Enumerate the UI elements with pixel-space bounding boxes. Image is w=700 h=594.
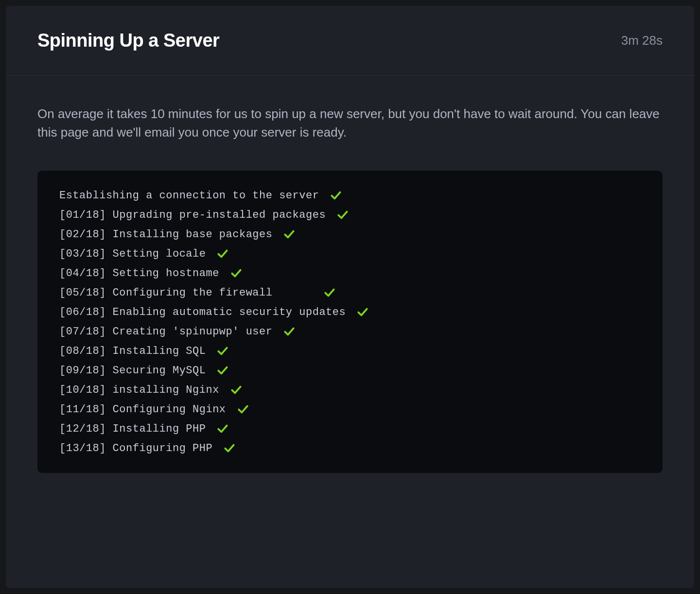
log-line: [03/18] Setting locale [59, 247, 641, 260]
log-text: [09/18] Securing MySQL [59, 365, 206, 377]
log-line: [11/18] Configuring Nginx [59, 403, 641, 416]
log-line: [05/18] Configuring the firewall [59, 286, 641, 299]
description-text: On average it takes 10 minutes for us to… [37, 105, 663, 141]
log-text: [03/18] Setting locale [59, 248, 206, 260]
log-line: [12/18] Installing PHP [59, 422, 641, 435]
log-line: [02/18] Installing base packages [59, 228, 641, 241]
log-line: [06/18] Enabling automatic security upda… [59, 306, 641, 318]
log-text: [02/18] Installing base packages [59, 228, 272, 241]
log-text: [05/18] Configuring the firewall [59, 287, 313, 299]
log-text: [12/18] Installing PHP [59, 423, 206, 435]
check-icon [237, 403, 249, 416]
terminal-log: Establishing a connection to the server[… [37, 171, 663, 473]
elapsed-time: 3m 28s [621, 33, 663, 48]
log-line: [04/18] Setting hostname [59, 267, 641, 280]
log-line: [07/18] Creating 'spinupwp' user [59, 325, 641, 338]
check-icon [323, 286, 336, 299]
log-text: [10/18] installing Nginx [59, 384, 219, 396]
check-icon [223, 442, 236, 454]
check-icon [336, 209, 349, 221]
log-text: [01/18] Upgrading pre-installed packages [59, 209, 326, 221]
check-icon [330, 189, 342, 202]
content-area: On average it takes 10 minutes for us to… [6, 76, 694, 497]
check-icon [216, 247, 229, 260]
check-icon [356, 306, 369, 318]
log-line: [08/18] Installing SQL [59, 345, 641, 357]
main-panel: Spinning Up a Server 3m 28s On average i… [6, 6, 694, 588]
log-text: [08/18] Installing SQL [59, 345, 206, 357]
log-line: [13/18] Configuring PHP [59, 442, 641, 454]
page-title: Spinning Up a Server [37, 30, 219, 51]
check-icon [216, 345, 229, 357]
log-text: [06/18] Enabling automatic security upda… [59, 306, 346, 318]
log-text: [07/18] Creating 'spinupwp' user [59, 326, 272, 338]
check-icon [283, 228, 296, 241]
log-line: Establishing a connection to the server [59, 189, 641, 202]
check-icon [230, 384, 243, 396]
log-text: [11/18] Configuring Nginx [59, 403, 226, 416]
check-icon [216, 422, 229, 435]
check-icon [216, 364, 229, 377]
check-icon [283, 325, 296, 338]
log-text: [13/18] Configuring PHP [59, 442, 212, 454]
log-line: [10/18] installing Nginx [59, 384, 641, 396]
header: Spinning Up a Server 3m 28s [6, 6, 694, 76]
log-text: Establishing a connection to the server [59, 190, 319, 202]
log-line: [09/18] Securing MySQL [59, 364, 641, 377]
check-icon [230, 267, 243, 280]
log-text: [04/18] Setting hostname [59, 267, 219, 280]
log-line: [01/18] Upgrading pre-installed packages [59, 209, 641, 221]
